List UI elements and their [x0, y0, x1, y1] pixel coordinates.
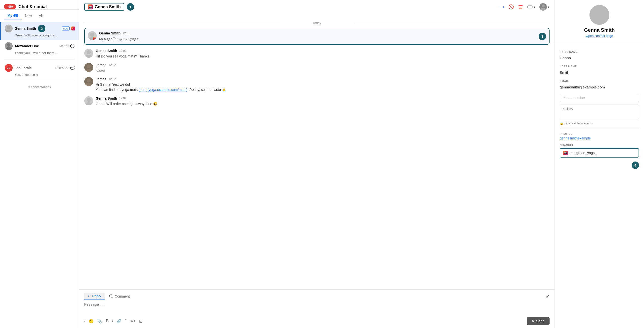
msg-time-4: 12:02: [108, 77, 116, 81]
open-contact-link[interactable]: Open contact page: [586, 34, 613, 38]
link-icon[interactable]: 🔗: [116, 319, 122, 324]
avatar-genna: [5, 24, 13, 32]
step-badge-4: 4: [632, 162, 639, 169]
msg-sender-4: James: [96, 77, 106, 81]
reply-tabs: ↩ Reply 💬 Comment ⤢: [84, 293, 550, 300]
chat-header-actions: ▾ ▾: [499, 3, 550, 11]
conv-preview-genna: Great! Will order one right a...: [5, 33, 75, 37]
msg-body-5: Great! Will order one right away then 😄: [96, 101, 550, 106]
block-button[interactable]: [508, 4, 514, 10]
first-name-value: Genna: [560, 54, 639, 61]
slash-icon[interactable]: /: [84, 319, 85, 324]
svg-point-19: [86, 102, 92, 105]
right-panel: Genna Smith Open contact page FIRST NAME…: [555, 0, 644, 328]
lock-icon: 🔒: [560, 122, 564, 125]
avatar-jen: JL: [5, 64, 13, 72]
message-block-1: Genna Smith 12:01 on page the_green_yoga…: [84, 28, 550, 45]
svg-point-3: [6, 47, 12, 50]
step-badge-3: 3: [539, 33, 546, 40]
notes-input[interactable]: [560, 104, 639, 119]
back-button[interactable]: ‹ 99+: [4, 4, 16, 9]
tag-button[interactable]: ▾: [527, 4, 536, 10]
conv-item-alexander[interactable]: Alexander Doe Mar 29 💬 Thank you! I will…: [0, 40, 79, 57]
chat-messages: Today Genna Smith 12:01 on page the_gree…: [79, 14, 554, 289]
conv-item-genna[interactable]: Genna Smith 2 now □ Great! Will order on…: [0, 22, 79, 40]
chat-header-left: 📷 Genna Smith 1: [84, 3, 134, 11]
msg-body-1: on page the_green_yoga_: [99, 36, 536, 41]
sidebar-header: ‹ 99+ Chat & social: [0, 0, 79, 10]
forward-button[interactable]: [499, 4, 504, 10]
msg-sender-1: Genna Smith: [99, 31, 120, 35]
svg-point-8: [90, 33, 94, 37]
msg-avatar-james-2: [84, 77, 93, 86]
msg-content-4: James 12:02 Hi Genna! Yes, we do! You ca…: [96, 77, 550, 92]
yoga-link[interactable]: [here](yoga.example.com/mats): [138, 88, 188, 92]
svg-point-10: [95, 38, 96, 39]
template-icon[interactable]: ⊡: [139, 319, 142, 324]
phone-input[interactable]: [560, 94, 639, 102]
svg-point-0: [7, 26, 10, 29]
conv-time-genna: now: [62, 26, 70, 30]
msg-avatar-james-1: [84, 63, 93, 72]
bold-icon[interactable]: B: [106, 319, 108, 324]
agent-chevron: ▾: [548, 5, 550, 9]
instagram-icon-header: 📷: [88, 4, 93, 9]
reply-tab-comment[interactable]: 💬 Comment: [106, 293, 133, 300]
last-name-value: Smith: [560, 69, 639, 76]
tab-my[interactable]: My 3: [4, 12, 22, 20]
emoji-icon[interactable]: 🙂: [89, 319, 94, 324]
msg-content-1: Genna Smith 12:01 on page the_green_yoga…: [99, 31, 536, 41]
msg-sender-2: Genna Smith: [96, 49, 117, 53]
message-block-2: Genna Smith 12:01 Hi! Do you sell yoga m…: [84, 49, 550, 59]
avatar-alexander: [5, 42, 13, 50]
italic-icon[interactable]: I: [112, 319, 113, 324]
contact-fields: FIRST NAME Genna LAST NAME Smith EMAIL g…: [555, 43, 644, 173]
chat-icon-alexander: 💬: [70, 44, 75, 48]
message-block-4: James 12:02 Hi Genna! Yes, we do! You ca…: [84, 77, 550, 92]
send-button[interactable]: ➤ Send: [527, 317, 550, 325]
tab-new[interactable]: New: [22, 12, 36, 20]
email-value: gennasmith@example.com: [560, 83, 639, 91]
msg-time-2: 12:01: [119, 49, 126, 52]
conv-time-jen: Dec 6, '22: [55, 66, 69, 70]
comment-icon: 💬: [109, 294, 113, 298]
msg-sender-3: James: [96, 63, 106, 67]
msg-body-3: joined: [96, 68, 550, 73]
msg-sender-5: Genna Smith: [96, 96, 117, 100]
conv-name-alexander: Alexander Doe: [15, 44, 39, 48]
only-visible-note: 🔒 Only visible to agents: [560, 122, 639, 125]
delete-button[interactable]: [518, 4, 523, 10]
reply-icon: ↩: [88, 294, 91, 298]
sidebar-title: Chat & social: [18, 4, 46, 9]
reply-tab-reply[interactable]: ↩ Reply: [84, 293, 104, 300]
email-label: EMAIL: [560, 79, 639, 82]
profile-value[interactable]: gennasmithexample: [560, 136, 639, 140]
expand-button[interactable]: ⤢: [546, 294, 550, 299]
reply-input[interactable]: [84, 303, 550, 314]
tag-chevron: ▾: [534, 5, 536, 9]
svg-point-17: [86, 83, 92, 86]
instagram-icon-genna: □: [71, 26, 75, 30]
conv-divider-2: [4, 81, 75, 81]
msg-body-4: Hi Genna! Yes, we do! You can find our y…: [96, 82, 550, 92]
my-badge: 3: [14, 14, 18, 17]
conv-item-jen[interactable]: JL Jen Lamie Dec 6, '22 💬 Yes, of course…: [0, 61, 79, 79]
msg-content-5: Genna Smith 12:02 Great! Will order one …: [96, 96, 550, 106]
svg-point-13: [86, 55, 92, 58]
tab-all[interactable]: All: [36, 12, 46, 20]
chat-name-box: 📷 Genna Smith: [84, 3, 124, 11]
chat-contact-name: Genna Smith: [95, 4, 121, 9]
channel-value: the_green_yoga_: [570, 151, 597, 155]
message-block-5: Genna Smith 12:02 Great! Will order one …: [84, 96, 550, 106]
conversation-list: Genna Smith 2 now □ Great! Will order on…: [0, 20, 79, 328]
conv-count: 3 conversations: [0, 83, 79, 91]
send-icon: ➤: [532, 319, 535, 323]
quote-icon[interactable]: ": [125, 319, 126, 324]
svg-point-6: [542, 4, 544, 7]
agent-button[interactable]: ▾: [540, 3, 550, 11]
day-divider: Today: [84, 21, 550, 25]
attachment-icon[interactable]: 📎: [97, 319, 102, 324]
code-icon[interactable]: </>: [130, 319, 136, 324]
svg-point-12: [87, 50, 91, 54]
svg-point-1: [6, 29, 12, 32]
